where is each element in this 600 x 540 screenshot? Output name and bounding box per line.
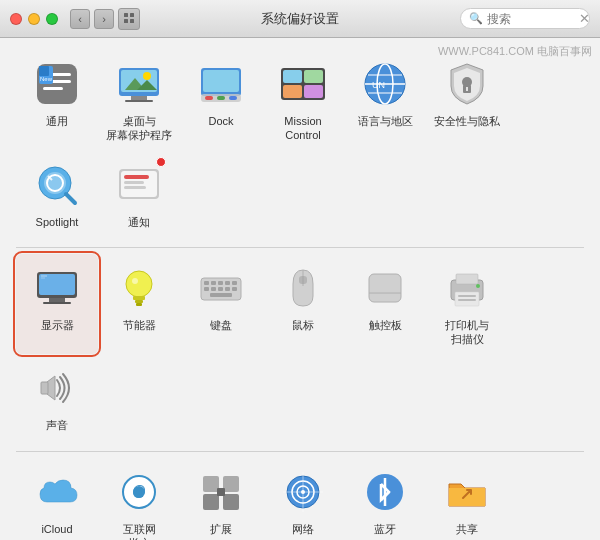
titlebar: ‹ › 系统偏好设置 🔍 ✕ (0, 0, 600, 38)
svg-rect-81 (41, 382, 48, 394)
pref-internet[interactable]: @ 互联网帐户 (98, 458, 180, 540)
internet-icon: @ (113, 466, 165, 518)
pref-dock[interactable]: Dock (180, 50, 262, 151)
section-personal: New 通用 桌面与屏幕保护程序 (16, 50, 584, 248)
general-icon: New (31, 58, 83, 110)
svg-point-58 (132, 278, 138, 284)
notification-label: 通知 (128, 215, 150, 229)
bluetooth-icon (359, 466, 411, 518)
pref-energy[interactable]: 节能器 (98, 254, 180, 355)
trackpad-icon (359, 262, 411, 314)
svg-rect-1 (130, 13, 134, 17)
svg-rect-64 (232, 281, 237, 285)
pref-sound[interactable]: 声音 (16, 354, 98, 440)
minimize-button[interactable] (28, 13, 40, 25)
pref-mission[interactable]: MissionControl (262, 50, 344, 151)
extensions-label: 扩展 (210, 522, 232, 536)
pref-general[interactable]: New 通用 (16, 50, 98, 151)
search-clear-icon[interactable]: ✕ (579, 11, 590, 26)
search-bar[interactable]: 🔍 ✕ (460, 8, 590, 29)
pref-notification[interactable]: 通知 (98, 151, 180, 237)
pref-keyboard[interactable]: 键盘 (180, 254, 262, 355)
forward-button[interactable]: › (94, 9, 114, 29)
display-icon (31, 262, 83, 314)
mouse-icon (277, 262, 329, 314)
svg-rect-23 (229, 96, 237, 100)
pref-desktop[interactable]: 桌面与屏幕保护程序 (98, 50, 180, 151)
svg-rect-73 (369, 274, 401, 302)
network-icon (277, 466, 329, 518)
pref-network[interactable]: 网络 (262, 458, 344, 540)
pref-extensions[interactable]: 扩展 (180, 458, 262, 540)
svg-rect-22 (217, 96, 225, 100)
sound-label: 声音 (46, 418, 68, 432)
pref-trackpad[interactable]: 触控板 (344, 254, 426, 355)
keyboard-icon (195, 262, 247, 314)
svg-text:@: @ (132, 483, 146, 499)
svg-rect-0 (124, 13, 128, 17)
svg-text:New: New (40, 76, 53, 82)
svg-rect-78 (458, 295, 476, 297)
svg-rect-88 (223, 494, 239, 510)
notification-icon (113, 159, 165, 211)
svg-rect-79 (458, 299, 476, 301)
svg-rect-51 (43, 302, 71, 304)
pref-display[interactable]: 显示器 (16, 254, 98, 355)
svg-rect-87 (203, 494, 219, 510)
svg-rect-47 (124, 186, 146, 189)
printer-label: 打印机与扫描仪 (445, 318, 489, 347)
sharing-label: 共享 (456, 522, 478, 536)
pref-language[interactable]: UN 语言与地区 (344, 50, 426, 151)
back-button[interactable]: ‹ (70, 9, 90, 29)
maximize-button[interactable] (46, 13, 58, 25)
notification-badge (156, 157, 166, 167)
mission-label: MissionControl (284, 114, 321, 143)
svg-rect-62 (218, 281, 223, 285)
icloud-label: iCloud (41, 522, 72, 536)
svg-rect-7 (43, 87, 63, 90)
pref-mouse[interactable]: 鼠标 (262, 254, 344, 355)
network-label: 网络 (292, 522, 314, 536)
grid-view-button[interactable] (118, 8, 140, 30)
svg-rect-26 (304, 70, 323, 83)
search-input[interactable] (487, 12, 577, 26)
mouse-label: 鼠标 (292, 318, 314, 332)
svg-rect-45 (124, 175, 149, 179)
pref-icloud[interactable]: iCloud (16, 458, 98, 540)
close-button[interactable] (10, 13, 22, 25)
pref-spotlight[interactable]: Spotlight (16, 151, 98, 237)
svg-rect-85 (203, 476, 219, 492)
extensions-icon (195, 466, 247, 518)
pref-bluetooth[interactable]: 蓝牙 (344, 458, 426, 540)
pref-sharing[interactable]: 共享 (426, 458, 508, 540)
svg-rect-49 (39, 274, 75, 295)
sharing-icon (441, 466, 493, 518)
desktop-label: 桌面与屏幕保护程序 (106, 114, 172, 143)
svg-rect-27 (283, 85, 302, 98)
svg-rect-57 (136, 303, 142, 306)
svg-point-80 (476, 284, 480, 288)
section-internet: iCloud @ 互联网帐户 (16, 458, 584, 540)
svg-rect-56 (135, 300, 143, 303)
nav-buttons: ‹ › (70, 9, 114, 29)
mission-icon (277, 58, 329, 110)
sound-icon (31, 362, 83, 414)
display-label: 显示器 (41, 318, 74, 332)
svg-rect-69 (232, 287, 237, 291)
svg-text:UN: UN (372, 80, 385, 90)
svg-point-17 (143, 72, 151, 80)
pref-security[interactable]: 安全性与隐私 (426, 50, 508, 151)
dock-icon (195, 58, 247, 110)
svg-rect-60 (204, 281, 209, 285)
traffic-lights (10, 13, 58, 25)
svg-rect-50 (49, 298, 65, 302)
spotlight-label: Spotlight (36, 215, 79, 229)
general-label: 通用 (46, 114, 68, 128)
pref-printer[interactable]: 打印机与扫描仪 (426, 254, 508, 355)
keyboard-label: 键盘 (210, 318, 232, 332)
desktop-icon (113, 58, 165, 110)
svg-rect-55 (133, 296, 145, 300)
security-label: 安全性与隐私 (434, 114, 500, 128)
section-hardware: 显示器 节能器 (16, 254, 584, 452)
bluetooth-label: 蓝牙 (374, 522, 396, 536)
